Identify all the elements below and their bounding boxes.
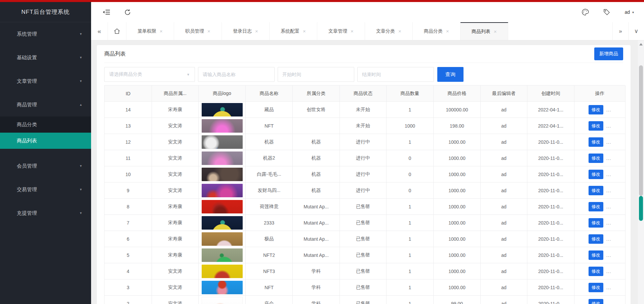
refresh-icon[interactable] (124, 9, 131, 16)
chevron-down-icon: ▼ (79, 164, 82, 168)
cell-id: 8 (105, 199, 152, 215)
sidebar-item-deposit[interactable]: 充提管理▼ (0, 201, 91, 225)
scrollbar-thumb[interactable] (639, 65, 643, 196)
sidebar-item-member[interactable]: 会员管理▼ (0, 154, 91, 178)
tab-1[interactable]: 菜单权限× (126, 22, 174, 40)
tab-2[interactable]: 职员管理× (174, 22, 222, 40)
edit-button[interactable]: 修改 (589, 250, 603, 260)
cell-operations: 修改... (574, 166, 626, 182)
more-actions-button[interactable]: ... (606, 188, 611, 193)
sidebar-item-trade[interactable]: 交易管理▼ (0, 178, 91, 201)
sidebar-item-label: 文章管理 (0, 78, 37, 85)
sidebar-item-article[interactable]: 文章管理▼ (0, 69, 91, 93)
more-actions-button[interactable]: ... (606, 252, 611, 258)
filter-bar: 请选择商品分类 ▼ 查询 (104, 67, 623, 82)
cell-id: 9 (105, 182, 152, 199)
product-logo-image (202, 216, 243, 230)
more-actions-button[interactable]: ... (606, 156, 611, 161)
tabs-menu-button[interactable]: ∨ (628, 22, 644, 40)
cell-category: 学科 (293, 296, 340, 304)
cell-category: 学科 (293, 263, 340, 279)
sidebar-item-system[interactable]: 系统管理▼ (0, 22, 91, 46)
cell-category: 机器 (293, 182, 340, 199)
sidebar-subitem-goods-list[interactable]: 商品列表 (0, 133, 91, 149)
edit-button[interactable]: 修改 (589, 137, 603, 147)
more-actions-button[interactable]: ... (606, 220, 611, 226)
cell-owner: 宋寿康 (152, 247, 199, 263)
cell-id: 13 (105, 118, 152, 134)
more-actions-button[interactable]: ... (606, 269, 611, 274)
category-select[interactable]: 请选择商品分类 ▼ (104, 67, 195, 82)
cell-editor: ad (481, 150, 527, 166)
tabs-scroll-left-button[interactable]: « (91, 22, 108, 40)
edit-button[interactable]: 修改 (589, 170, 603, 179)
edit-button[interactable]: 修改 (589, 234, 603, 244)
cell-name: 极品 (246, 231, 293, 247)
page-scrollbar[interactable] (638, 40, 644, 304)
cell-quantity: 1 (387, 263, 434, 279)
user-menu[interactable]: ad ▾ (625, 9, 634, 15)
home-tab[interactable] (108, 22, 126, 40)
cell-created: 2020-11-0... (527, 150, 574, 166)
tag-icon[interactable] (603, 8, 610, 16)
theme-palette-icon[interactable] (581, 8, 589, 16)
close-tab-icon[interactable]: × (446, 28, 449, 34)
edit-button[interactable]: 修改 (589, 105, 603, 114)
edit-button[interactable]: 修改 (589, 202, 603, 211)
sidebar-subitem-goods-category[interactable]: 商品分类 (0, 116, 91, 133)
cell-price: 100000.00 (434, 102, 481, 118)
edit-button[interactable]: 修改 (589, 218, 603, 228)
close-tab-icon[interactable]: × (303, 28, 306, 34)
product-name-input[interactable] (198, 67, 275, 82)
tabs-scroll-right-button[interactable]: » (612, 22, 628, 40)
more-actions-button[interactable]: ... (606, 172, 611, 177)
sidebar-item-basic[interactable]: 基础设置▼ (0, 46, 91, 69)
more-actions-button[interactable]: ... (606, 236, 611, 242)
close-tab-icon[interactable]: × (494, 29, 497, 34)
edit-button[interactable]: 修改 (589, 299, 603, 304)
tab-7[interactable]: 商品分类× (413, 22, 460, 40)
tab-4[interactable]: 系统配置× (270, 22, 317, 40)
tab-5[interactable]: 文章管理× (317, 22, 365, 40)
edit-button[interactable]: 修改 (589, 267, 603, 276)
close-tab-icon[interactable]: × (398, 28, 401, 34)
close-tab-icon[interactable]: × (351, 28, 354, 34)
cell-owner: 安文涛 (152, 182, 199, 199)
product-logo-image (202, 297, 243, 304)
more-actions-button[interactable]: ... (606, 139, 611, 145)
end-time-input[interactable] (357, 67, 434, 82)
more-actions-button[interactable]: ... (606, 285, 611, 290)
close-tab-icon[interactable]: × (255, 28, 258, 34)
tab-8[interactable]: 商品列表× (460, 22, 508, 40)
close-tab-icon[interactable]: × (160, 28, 163, 34)
cell-editor: ad (481, 134, 527, 150)
cell-price: 1000.00 (434, 231, 481, 247)
edit-button[interactable]: 修改 (589, 186, 603, 195)
cell-id: 14 (105, 102, 152, 118)
cell-quantity: 1000 (387, 118, 434, 134)
search-button[interactable]: 查询 (437, 67, 464, 82)
edit-button[interactable]: 修改 (589, 121, 603, 131)
cell-price: 1000.00 (434, 263, 481, 279)
add-product-button[interactable]: 新增商品 (594, 47, 623, 60)
sidebar-item-goods[interactable]: 商品管理▲ (0, 93, 91, 116)
cell-category: 机器 (293, 150, 340, 166)
product-logo-image (202, 151, 243, 165)
scrollbar-thumb-accent[interactable] (639, 196, 643, 221)
cell-quantity: 1 (387, 231, 434, 247)
more-actions-button[interactable]: ... (606, 301, 611, 304)
scrollbar-up-arrow[interactable] (639, 43, 643, 45)
tab-6[interactable]: 文章分类× (365, 22, 413, 40)
collapse-sidebar-icon[interactable] (103, 9, 111, 15)
edit-button[interactable]: 修改 (589, 283, 603, 292)
close-tab-icon[interactable]: × (207, 28, 210, 34)
edit-button[interactable]: 修改 (589, 154, 603, 163)
start-time-input[interactable] (278, 67, 354, 82)
more-actions-button[interactable]: ... (606, 204, 611, 209)
more-actions-button[interactable]: ... (606, 107, 611, 112)
more-actions-button[interactable]: ... (606, 123, 611, 129)
sidebar-item-label: 系统管理 (0, 31, 37, 37)
cell-status: 已售罄 (340, 263, 387, 279)
tab-3[interactable]: 登录日志× (222, 22, 270, 40)
sidebar-item-label: 会员管理 (0, 163, 37, 169)
